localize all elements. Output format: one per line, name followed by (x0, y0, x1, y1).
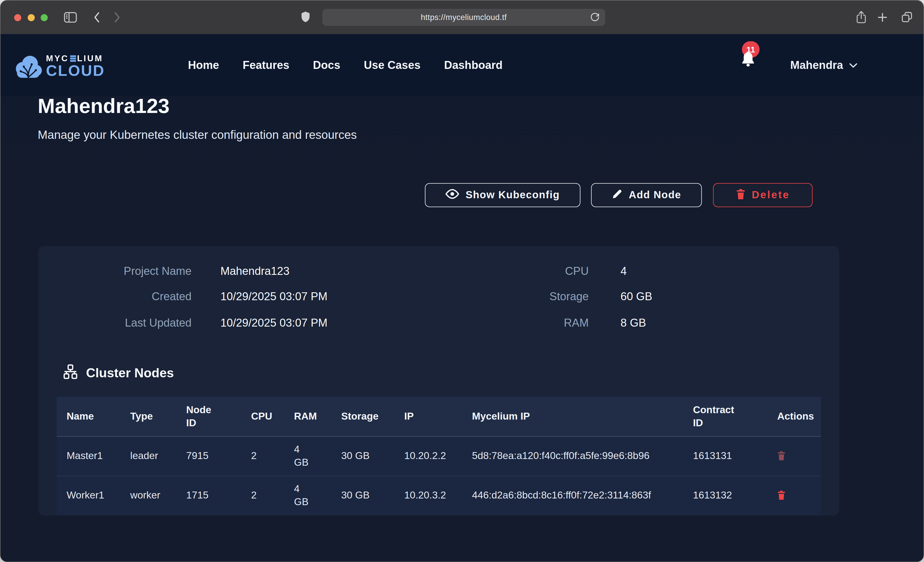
delete-node-button[interactable] (777, 450, 786, 462)
browser-chrome: https://myceliumcloud.tf (0, 0, 923, 34)
node-storage: 30 GB (331, 489, 394, 502)
node-type: leader (120, 450, 176, 463)
storage-label: Storage (500, 290, 589, 304)
back-icon[interactable] (93, 12, 100, 23)
nav-docs[interactable]: Docs (313, 59, 340, 72)
show-kubeconfig-label: Show Kubeconfig (466, 189, 560, 201)
created-label: Created (62, 290, 192, 304)
node-actions (772, 450, 820, 462)
col-actions: Actions (772, 410, 820, 423)
new-tab-icon[interactable] (878, 12, 887, 22)
nav-dashboard[interactable]: Dashboard (444, 59, 502, 72)
node-ram: 4 GB (284, 443, 332, 469)
project-name-value: Mahendra123 (220, 265, 289, 278)
page-subtitle: Manage your Kubernetes cluster configura… (38, 129, 357, 142)
node-contract-id: 1613132 (683, 489, 772, 502)
brand-wordmark: MYCLIUM CLOUD (46, 52, 105, 81)
eye-icon (446, 189, 459, 201)
ram-value: 8 GB (621, 316, 646, 330)
col-contract-id: Contract ID (683, 404, 772, 429)
nav-home[interactable]: Home (188, 59, 219, 72)
node-storage: 30 GB (331, 450, 394, 463)
network-nodes-icon (63, 364, 78, 382)
node-mycelium-ip: 5d8:78ea:a120:f40c:ff0f:a5fe:99e6:8b96 (462, 450, 683, 463)
col-storage: Storage (331, 410, 394, 423)
address-bar[interactable]: https://myceliumcloud.tf (322, 9, 605, 26)
close-window-button[interactable] (14, 14, 21, 21)
zoom-window-button[interactable] (41, 14, 48, 21)
node-actions (772, 490, 820, 502)
node-ram: 4 GB (284, 483, 332, 508)
address-url: https://myceliumcloud.tf (421, 13, 507, 22)
node-cpu: 2 (241, 450, 284, 463)
node-id: 7915 (176, 450, 241, 463)
last-updated-value: 10/29/2025 03:07 PM (220, 316, 327, 330)
stylized-e-icon (70, 55, 76, 62)
node-cpu: 2 (241, 489, 284, 502)
notifications-button[interactable]: 11 (736, 39, 764, 74)
site-logo[interactable]: MYCLIUM CLOUD (15, 52, 105, 81)
screenshot-stage: https://myceliumcloud.tf (0, 0, 924, 562)
col-name: Name (57, 410, 120, 423)
table-row: Master1 leader 7915 2 4 GB 30 GB 10.20.2… (57, 437, 821, 476)
cpu-label: CPU (500, 265, 589, 278)
node-id: 1715 (176, 489, 241, 502)
cluster-info-card: Project Name Mahendra123 Created 10/29/2… (38, 246, 839, 516)
node-name: Worker1 (57, 489, 120, 502)
node-contract-id: 1613131 (683, 450, 772, 463)
table-header-row: Name Type Node ID CPU RAM Storage IP Myc… (57, 397, 821, 437)
project-name-label: Project Name (62, 265, 192, 278)
mycelium-cloud-icon (15, 52, 42, 81)
trash-icon (736, 188, 745, 202)
cluster-nodes-heading: Cluster Nodes (63, 364, 174, 382)
share-icon[interactable] (855, 10, 867, 24)
nav-features[interactable]: Features (243, 59, 289, 72)
webpage: Mahendra123 Manage your Kubernetes clust… (0, 34, 923, 562)
brand-bottom-line: CLOUD (46, 63, 105, 79)
add-node-label: Add Node (629, 189, 681, 201)
site-header: MYCLIUM CLOUD Home Features Docs Use Cas… (0, 34, 923, 96)
last-updated-label: Last Updated (62, 316, 192, 330)
created-value: 10/29/2025 03:07 PM (220, 290, 327, 304)
col-ip: IP (394, 410, 462, 423)
user-name: Mahendra (790, 59, 843, 72)
main-nav: Home Features Docs Use Cases Dashboard (188, 34, 502, 96)
delete-node-button[interactable] (777, 490, 786, 502)
refresh-icon[interactable] (590, 12, 600, 25)
delete-cluster-button[interactable]: Delete (713, 183, 813, 207)
col-mycelium-ip: Mycelium IP (462, 410, 683, 423)
add-node-button[interactable]: Add Node (591, 183, 702, 207)
node-mycelium-ip: 446:d2a6:8bcd:8c16:ff0f:72e2:3114:863f (462, 489, 683, 502)
minimize-window-button[interactable] (28, 14, 35, 21)
cluster-nodes-table: Name Type Node ID CPU RAM Storage IP Myc… (57, 397, 821, 515)
cpu-value: 4 (621, 265, 627, 278)
forward-icon[interactable] (114, 12, 121, 23)
col-type: Type (120, 410, 176, 423)
col-node-id: Node ID (176, 404, 241, 429)
ram-label: RAM (500, 316, 589, 330)
pencil-icon (612, 188, 622, 202)
node-type: worker (120, 489, 176, 502)
delete-label: Delete (752, 189, 790, 201)
node-name: Master1 (57, 450, 120, 463)
sidebar-toggle-icon[interactable] (64, 12, 77, 23)
node-ip: 10.20.2.2 (394, 450, 462, 463)
show-kubeconfig-button[interactable]: Show Kubeconfig (425, 183, 580, 207)
cluster-nodes-title: Cluster Nodes (86, 365, 174, 381)
table-row: Worker1 worker 1715 2 4 GB 30 GB 10.20.3… (57, 476, 821, 515)
tab-overview-icon[interactable] (900, 10, 914, 24)
storage-value: 60 GB (621, 290, 652, 304)
col-ram: RAM (284, 410, 332, 423)
chevron-down-icon (849, 60, 857, 70)
node-ip: 10.20.3.2 (394, 489, 462, 502)
shield-icon[interactable] (301, 10, 310, 24)
bell-icon (741, 52, 755, 70)
nav-use-cases[interactable]: Use Cases (364, 59, 421, 72)
page-title: Mahendra123 (38, 93, 170, 119)
col-cpu: CPU (241, 410, 284, 423)
browser-window: https://myceliumcloud.tf (0, 0, 923, 562)
user-menu[interactable]: Mahendra (790, 34, 857, 96)
